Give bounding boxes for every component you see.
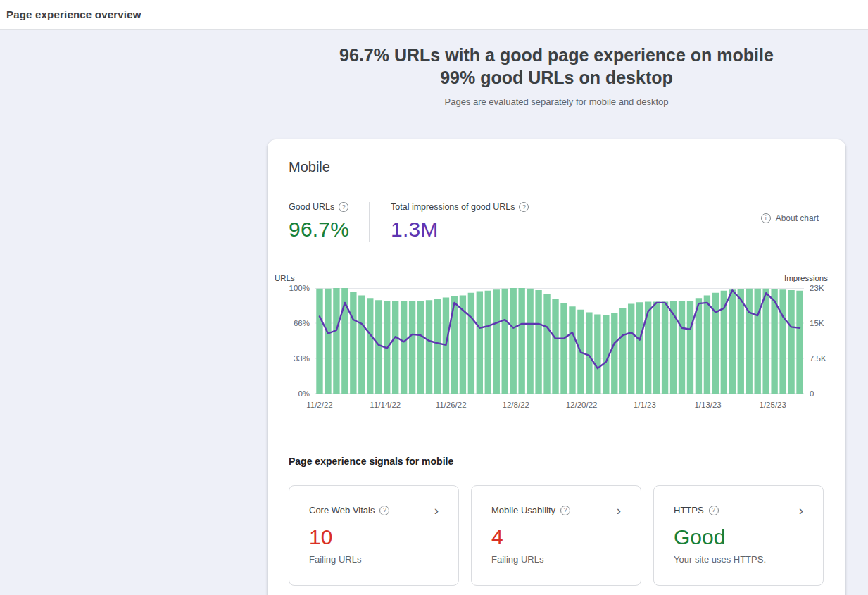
x-axis-tick-label: 11/14/22 [370, 401, 401, 409]
mobile-usability-label: Mobile Usability [491, 505, 555, 515]
plot-area[interactable]: . [315, 274, 804, 396]
help-icon[interactable]: ? [519, 202, 529, 212]
x-axis-tick-label: 1/1/23 [634, 401, 656, 409]
signals-title: Page experience signals for mobile [289, 456, 824, 467]
page-experience-chart[interactable]: URLs 100%66%33%0% . Impressions 23K15K7.… [275, 274, 845, 415]
hero-title-line2: 99% good URLs on desktop [268, 66, 845, 89]
axis-tick-label: 0% [298, 389, 310, 398]
good-urls-value: 96.7% [289, 218, 369, 242]
good-urls-label: Good URLs [289, 202, 334, 212]
mobile-card: Mobile Good URLs ? 96.7% Total impressio… [268, 139, 845, 595]
https-label: HTTPS [674, 505, 704, 515]
x-axis-tick-label: 11/26/22 [436, 401, 467, 409]
help-icon[interactable]: ? [709, 506, 719, 515]
page-title: Page experience overview [6, 8, 141, 20]
chevron-right-icon: › [617, 506, 621, 515]
core-web-vitals-description: Failing URLs [309, 554, 439, 565]
impressions-value: 1.3M [391, 218, 529, 242]
chevron-right-icon: › [434, 506, 439, 515]
about-chart-label: About chart [776, 213, 819, 223]
impressions-stat: Total impressions of good URLs ? 1.3M [370, 202, 529, 242]
stats-row: Good URLs ? 96.7% Total impressions of g… [289, 202, 824, 242]
content: 96.7% URLs with a good page experience o… [268, 30, 845, 595]
axis-tick-label: 15K [810, 319, 824, 327]
about-chart-button[interactable]: i About chart [761, 213, 819, 223]
https-description: Your site uses HTTPS. [674, 554, 803, 565]
axis-tick-label: 7.5K [810, 354, 826, 363]
hero: 96.7% URLs with a good page experience o… [268, 30, 845, 107]
chart-plot[interactable] [315, 288, 804, 394]
core-web-vitals-label: Core Web Vitals [309, 505, 375, 515]
core-web-vitals-card[interactable]: Core Web Vitals ? › 10 Failing URLs [289, 485, 459, 586]
axis-tick-label: 100% [289, 284, 310, 292]
x-axis-labels: 11/2/2211/14/2211/26/2212/8/2212/20/221/… [315, 401, 804, 415]
good-urls-stat: Good URLs ? 96.7% [289, 202, 369, 242]
mobile-card-title: Mobile [289, 159, 845, 175]
x-axis-tick-label: 12/20/22 [566, 401, 598, 409]
https-card[interactable]: HTTPS ? › Good Your site uses HTTPS. [653, 485, 824, 586]
x-axis-tick-label: 11/2/22 [306, 401, 333, 409]
x-axis-tick-label: 1/25/23 [760, 401, 786, 409]
core-web-vitals-value: 10 [309, 525, 439, 549]
mobile-usability-card[interactable]: Mobile Usability ? › 4 Failing URLs [471, 485, 641, 586]
mobile-usability-value: 4 [491, 525, 621, 549]
left-axis: URLs 100%66%33%0% [275, 274, 315, 396]
topbar: Page experience overview [0, 0, 868, 30]
hero-title: 96.7% URLs with a good page experience o… [268, 44, 845, 89]
hero-title-line1: 96.7% URLs with a good page experience o… [268, 44, 845, 66]
impressions-label: Total impressions of good URLs [391, 202, 515, 212]
info-icon: i [761, 213, 771, 223]
left-axis-ticks: 100%66%33%0% [275, 288, 315, 394]
axis-tick-label: 33% [294, 354, 310, 363]
x-axis-tick-label: 1/13/23 [694, 401, 721, 409]
help-icon[interactable]: ? [560, 506, 570, 515]
axis-tick-label: 23K [810, 284, 824, 292]
right-axis: Impressions 23K15K7.5K0 [804, 274, 845, 396]
x-axis-tick-label: 12/8/22 [503, 401, 529, 409]
axis-tick-label: 0 [810, 389, 814, 398]
right-axis-ticks: 23K15K7.5K0 [804, 288, 845, 394]
chevron-right-icon: › [799, 506, 803, 515]
mobile-usability-description: Failing URLs [491, 554, 621, 565]
hero-subtitle: Pages are evaluated separately for mobil… [268, 96, 845, 107]
signal-cards: Core Web Vitals ? › 10 Failing URLs Mobi… [289, 485, 824, 586]
help-icon[interactable]: ? [339, 202, 348, 212]
help-icon[interactable]: ? [379, 506, 389, 515]
https-value: Good [674, 525, 803, 549]
axis-tick-label: 66% [294, 319, 310, 327]
